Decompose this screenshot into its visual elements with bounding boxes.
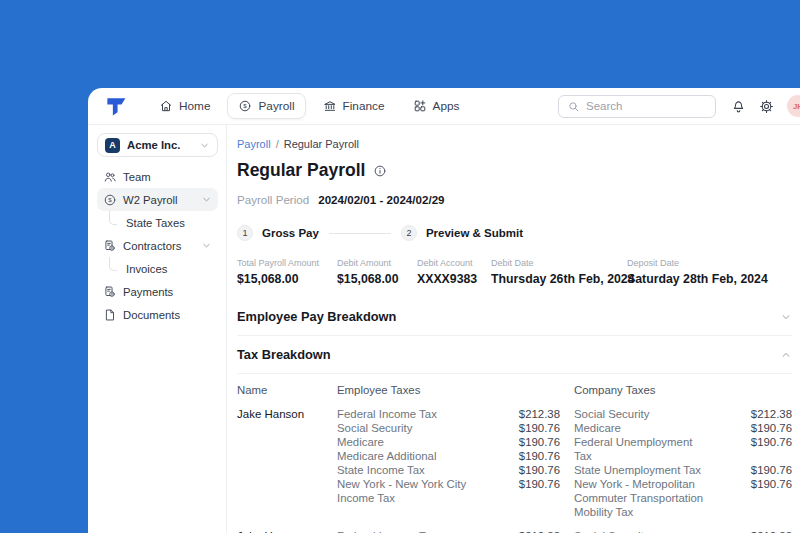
nav-item-label: Payroll — [258, 99, 294, 113]
sidebar-item-label: Payments — [123, 286, 212, 298]
summary-value: XXXX9383 — [417, 272, 483, 286]
sidebar-item-label: Documents — [123, 309, 212, 321]
user-avatar[interactable]: JH — [787, 95, 800, 117]
payroll-period-label: Payroll Period — [237, 193, 309, 206]
tax-name: Social Security — [337, 421, 412, 435]
chevron-down-icon — [780, 311, 792, 323]
summary-value: Thursday 26th Feb, 2024 — [491, 272, 619, 286]
tax-name: Social Security — [574, 529, 649, 533]
tax-name: Medicare — [574, 421, 621, 435]
nav-item-payroll[interactable]: $Payroll — [227, 93, 305, 119]
breadcrumb-current: Regular Payroll — [284, 138, 359, 150]
tax-amount: $212.38 — [519, 407, 560, 421]
step-1[interactable]: 1Gross Pay — [237, 225, 319, 241]
tax-name: Social Security — [574, 407, 649, 421]
company-taxes-cell: Social Security$212.38Medicare$190.76Fed… — [560, 407, 792, 519]
sidebar-item-label: W2 Payroll — [123, 194, 195, 206]
tree-connector — [109, 211, 117, 225]
tax-item: Federal Income Tax$212.38 — [337, 407, 560, 421]
company-name: Acme Inc. — [127, 139, 192, 151]
sidebar-item-payments[interactable]: Payments — [97, 280, 218, 303]
tax-breakdown-table: Name Employee Taxes Company Taxes Jake H… — [237, 383, 792, 533]
tax-item: State Unemployment Tax$190.76 — [574, 463, 792, 477]
search-input[interactable] — [586, 100, 707, 112]
section-employee-pay-breakdown[interactable]: Employee Pay Breakdown — [237, 298, 792, 336]
employee-taxes-cell: Federal Income Tax$212.38Social Security… — [337, 407, 560, 519]
tax-amount: $212.38 — [751, 529, 792, 533]
nav-item-apps[interactable]: Apps — [402, 93, 471, 119]
summary-debit-account: Debit AccountXXXX9383 — [417, 258, 491, 286]
tax-amount: $190.76 — [751, 463, 792, 477]
sidebar-item-label: State Taxes — [126, 217, 212, 229]
sidebar-item-w2-payroll[interactable]: $W2 Payroll — [97, 188, 218, 211]
collapsible-sections: Employee Pay BreakdownTax Breakdown — [237, 298, 792, 374]
table-row: Jake HansonFederal Income Tax$212.38Soci… — [237, 529, 792, 533]
tax-name: Federal Income Tax — [337, 407, 437, 421]
step-connector — [329, 233, 391, 234]
sidebar-menu: Team$W2 PayrollState TaxesContractorsInv… — [97, 165, 218, 326]
main-content: Payroll / Regular Payroll Regular Payrol… — [227, 125, 800, 533]
search-box[interactable] — [558, 95, 716, 118]
tax-item: Medicare$190.76 — [337, 435, 560, 449]
table-row: Jake HansonFederal Income Tax$212.38Soci… — [237, 407, 792, 519]
section-tax-breakdown[interactable]: Tax Breakdown — [237, 336, 792, 374]
sidebar-item-invoices[interactable]: Invoices — [97, 257, 218, 280]
employee-name: Jake Hanson — [237, 407, 337, 519]
settings-gear-icon[interactable] — [759, 99, 774, 114]
tax-name: Federal Income Tax — [337, 529, 437, 533]
chevron-up-icon — [780, 349, 792, 361]
tax-item: State Income Tax$190.76 — [337, 463, 560, 477]
sidebar-item-documents[interactable]: Documents — [97, 303, 218, 326]
summary-label: Debit Amount — [337, 258, 409, 268]
tax-amount: $190.76 — [519, 477, 560, 505]
sidebar: A Acme Inc. Team$W2 PayrollState TaxesCo… — [88, 125, 227, 533]
tax-name: Federal Unemployment Tax — [574, 435, 704, 463]
summary-total-payroll-amount: Total Payroll Amount$15,068.00 — [237, 258, 337, 286]
tax-item: New York - Metropolitan Commuter Transpo… — [574, 477, 792, 519]
tax-name: Medicare Additional — [337, 449, 436, 463]
notifications-bell-icon[interactable] — [731, 99, 746, 114]
summary-value: $15,068.00 — [237, 272, 329, 286]
chevron-down-icon — [201, 194, 212, 205]
tax-name: New York - New York City Income Tax — [337, 477, 479, 505]
company-badge: A — [105, 138, 120, 153]
employee-taxes-cell: Federal Income Tax$212.38 — [337, 529, 560, 533]
nav-item-label: Finance — [343, 99, 385, 113]
dollar-circle-icon: $ — [103, 193, 117, 207]
employee-name: Jake Hanson — [237, 529, 337, 533]
nav-item-home[interactable]: Home — [148, 93, 221, 119]
sidebar-item-label: Team — [123, 171, 212, 183]
document-icon — [103, 308, 117, 322]
apps-icon — [413, 99, 427, 113]
breadcrumb-payroll-link[interactable]: Payroll — [237, 138, 271, 150]
page-title: Regular Payroll — [237, 160, 365, 181]
sidebar-item-team[interactable]: Team — [97, 165, 218, 188]
dollar-circle-icon: $ — [238, 99, 252, 113]
tax-item: Social Security$190.76 — [337, 421, 560, 435]
info-icon[interactable] — [373, 164, 387, 178]
tax-amount: $190.76 — [519, 449, 560, 463]
company-taxes-cell: Social Security$212.38 — [560, 529, 792, 533]
tax-item: Federal Income Tax$212.38 — [337, 529, 560, 533]
nav-item-finance[interactable]: Finance — [312, 93, 396, 119]
tax-amount: $190.76 — [751, 435, 792, 463]
nav-items: Home$PayrollFinanceApps — [148, 93, 470, 119]
sidebar-item-state-taxes[interactable]: State Taxes — [97, 211, 218, 234]
tax-item: Medicare$190.76 — [574, 421, 792, 435]
chevron-down-icon — [201, 240, 212, 251]
app-window: Home$PayrollFinanceApps JH A Acme Inc. T… — [88, 88, 800, 533]
tax-item: Social Security$212.38 — [574, 529, 792, 533]
tax-amount: $190.76 — [751, 477, 792, 519]
col-header-employee-taxes: Employee Taxes — [337, 383, 560, 397]
sidebar-item-contractors[interactable]: Contractors — [97, 234, 218, 257]
payroll-period-value: 2024/02/01 - 2024/02/29 — [318, 193, 444, 206]
top-nav: Home$PayrollFinanceApps JH — [88, 88, 800, 125]
company-selector[interactable]: A Acme Inc. — [97, 133, 218, 157]
breadcrumb-separator: / — [276, 138, 279, 150]
summary-debit-date: Debit DateThursday 26th Feb, 2024 — [491, 258, 627, 286]
summary-value: $15,068.00 — [337, 272, 409, 286]
step-2[interactable]: 2Preview & Submit — [401, 225, 523, 241]
tax-item: Federal Unemployment Tax$190.76 — [574, 435, 792, 463]
brand-logo-icon[interactable] — [105, 94, 129, 118]
breadcrumb: Payroll / Regular Payroll — [237, 138, 792, 150]
